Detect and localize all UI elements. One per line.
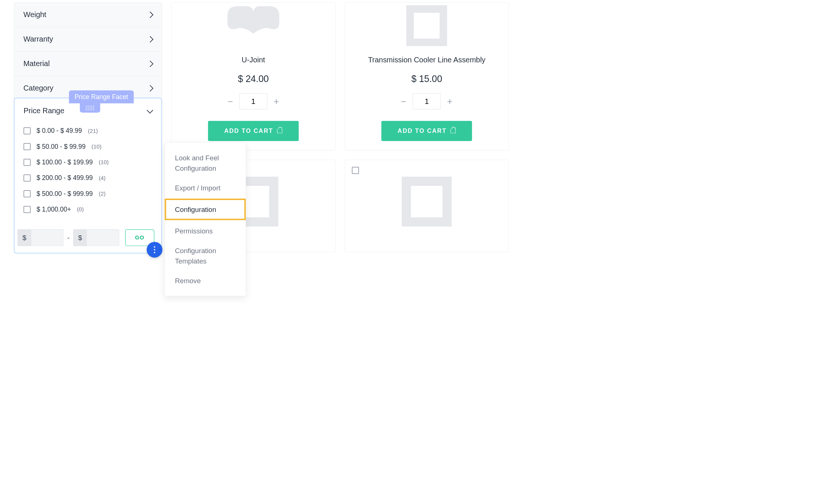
menu-export-import[interactable]: Export / Import: [165, 178, 246, 198]
range-count: (10): [99, 159, 109, 166]
price-min-input[interactable]: [31, 229, 64, 246]
menu-remove[interactable]: Remove: [165, 271, 246, 291]
cart-icon: [450, 129, 456, 133]
qty-decrease-button[interactable]: −: [399, 96, 409, 107]
facet-label: Category: [23, 84, 53, 92]
qty-input[interactable]: [240, 93, 267, 109]
facet-label: Warranty: [23, 35, 53, 43]
price-range-facet-badge: Price Range Facet: [69, 91, 134, 104]
checkbox[interactable]: [24, 190, 31, 197]
add-to-cart-label: ADD TO CART: [224, 127, 273, 134]
facet-weight[interactable]: Weight: [14, 3, 162, 27]
menu-configuration-templates[interactable]: Configuration Templates: [165, 241, 246, 271]
price-option[interactable]: $ 1,000.00+ (0): [24, 202, 152, 217]
range-count: (10): [92, 143, 102, 150]
range-label: $ 50.00 - $ 99.99: [36, 143, 85, 150]
qty-decrease-button[interactable]: −: [226, 96, 235, 107]
price-range-inputs: $ - $ GO: [14, 225, 162, 253]
facet-warranty[interactable]: Warranty: [14, 27, 162, 52]
price-option[interactable]: $ 100.00 - $ 199.99 (10): [24, 154, 152, 170]
price-range-title: Price Range: [24, 107, 65, 115]
range-dash: -: [66, 234, 71, 242]
product-card-ujoint: U-Joint $ 24.00 − + ADD TO CART: [171, 2, 335, 150]
add-to-cart-button[interactable]: ADD TO CART: [208, 121, 299, 141]
checkbox[interactable]: [24, 143, 31, 150]
chevron-right-icon: [147, 36, 154, 43]
menu-configuration[interactable]: Configuration: [165, 199, 246, 220]
range-count: (21): [88, 128, 98, 134]
qty-increase-button[interactable]: +: [445, 96, 455, 107]
currency-prefix: $: [73, 229, 87, 246]
checkbox[interactable]: [24, 206, 31, 213]
facet-label: Material: [23, 59, 50, 68]
range-label: $ 100.00 - $ 199.99: [36, 158, 92, 166]
qty-increase-button[interactable]: +: [272, 96, 281, 107]
range-label: $ 500.00 - $ 999.99: [36, 190, 92, 197]
product-card: [345, 160, 509, 252]
svg-rect-2: [406, 181, 447, 222]
qty-input[interactable]: [413, 93, 441, 109]
price-max-input[interactable]: [87, 229, 119, 246]
menu-look-and-feel[interactable]: Look and Feel Configuration: [165, 148, 246, 178]
range-count: (4): [99, 175, 105, 181]
range-label: $ 0.00 - $ 49.99: [36, 127, 82, 135]
price-option[interactable]: $ 0.00 - $ 49.99 (21): [24, 123, 152, 138]
chevron-right-icon: [147, 60, 154, 67]
currency-prefix: $: [17, 229, 31, 246]
product-image: [394, 3, 459, 49]
menu-permissions[interactable]: Permissions: [165, 221, 246, 241]
checkbox[interactable]: [24, 159, 31, 166]
product-title: Transmission Cooler Line Assembly: [368, 56, 485, 64]
product-image: [221, 3, 286, 49]
drag-handle[interactable]: [80, 103, 100, 112]
product-card-transmission: Transmission Cooler Line Assembly $ 15.0…: [345, 2, 509, 150]
chevron-down-icon: [147, 107, 153, 114]
range-label: $ 1,000.00+: [36, 206, 71, 213]
price-range-panel: Price Range $ 0.00 - $ 49.99 (21) $ 50.0…: [14, 98, 162, 253]
facet-panel: Weight Warranty Material Category: [14, 2, 162, 101]
chevron-right-icon: [147, 85, 154, 92]
price-option[interactable]: $ 500.00 - $ 999.99 (2): [24, 186, 152, 202]
facet-material[interactable]: Material: [14, 52, 162, 76]
product-title: U-Joint: [241, 56, 265, 64]
checkbox[interactable]: [24, 127, 31, 134]
product-image: [394, 179, 459, 225]
facet-label: Weight: [23, 10, 46, 19]
drag-dots-icon: [86, 106, 94, 110]
cart-icon: [277, 129, 282, 133]
checkbox[interactable]: [24, 174, 31, 181]
portlet-context-menu: Look and Feel Configuration Export / Imp…: [165, 142, 246, 296]
price-options-list: $ 0.00 - $ 49.99 (21) $ 50.00 - $ 99.99 …: [14, 122, 162, 225]
svg-rect-1: [410, 9, 443, 42]
product-price: $ 15.00: [411, 73, 442, 84]
compare-checkbox[interactable]: [352, 167, 359, 174]
range-label: $ 200.00 - $ 499.99: [36, 174, 92, 182]
price-option[interactable]: $ 50.00 - $ 99.99 (10): [24, 139, 152, 154]
range-count: (2): [99, 190, 105, 197]
product-price: $ 24.00: [238, 73, 269, 84]
range-count: (0): [77, 206, 84, 213]
add-to-cart-button[interactable]: ADD TO CART: [381, 121, 472, 141]
portlet-options-button[interactable]: [147, 242, 162, 258]
chevron-right-icon: [147, 12, 154, 18]
add-to-cart-label: ADD TO CART: [398, 127, 447, 134]
price-option[interactable]: $ 200.00 - $ 499.99 (4): [24, 170, 152, 186]
